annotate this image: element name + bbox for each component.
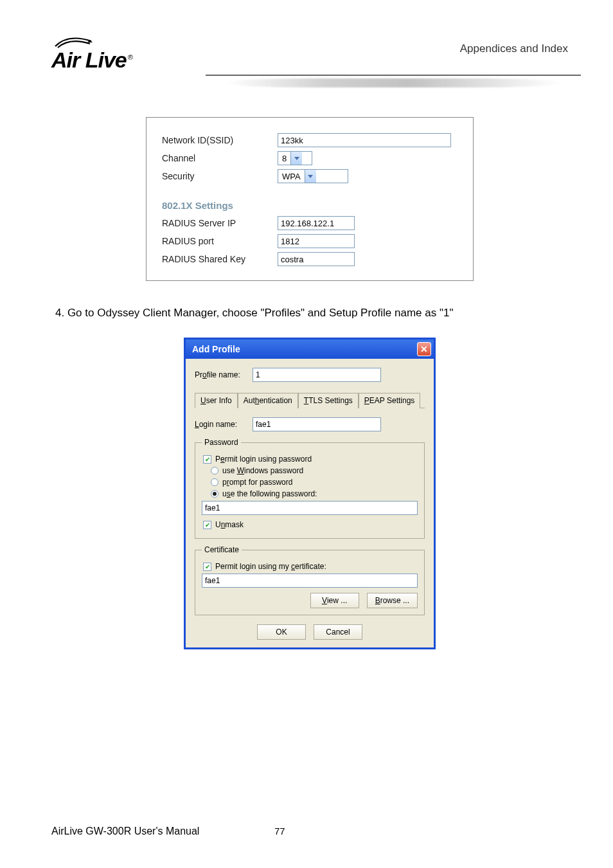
password-input[interactable]: fae1 (202, 501, 418, 515)
permit-password-checkbox[interactable]: ✔ Permit login using password (203, 455, 418, 464)
checkbox-icon: ✔ (203, 521, 211, 529)
channel-select[interactable]: 8 (278, 151, 312, 165)
certificate-legend: Certificate (202, 545, 242, 554)
router-settings-panel: Network ID(SSID) 123kk Channel 8 Securit… (146, 117, 474, 281)
certificate-group: Certificate ✔ Permit login using my cert… (195, 545, 425, 615)
login-name-input[interactable]: fae1 (253, 417, 381, 431)
security-select[interactable]: WPA (278, 169, 348, 183)
radio-icon (211, 490, 218, 498)
browse-button[interactable]: Browse ... (367, 593, 418, 608)
checkbox-icon: ✔ (203, 455, 211, 464)
checkbox-icon: ✔ (203, 563, 211, 571)
radius-key-input[interactable]: costra (278, 252, 355, 266)
brand-logo: Air Live® (51, 32, 132, 71)
tab-user-info[interactable]: User Info (195, 393, 238, 408)
step-4-text: 4. Go to Odyssey Client Manager, choose … (55, 307, 568, 320)
ssid-input[interactable]: 123kk (278, 133, 451, 147)
add-profile-dialog: Add Profile ✕ Profile name: 1 User Info … (184, 338, 436, 649)
tab-peap[interactable]: PEAP Settings (359, 393, 421, 408)
logo-text: Air Live® (51, 49, 132, 71)
radio-icon (211, 478, 218, 486)
certificate-input[interactable]: fae1 (202, 574, 418, 588)
unmask-checkbox[interactable]: ✔ Unmask (203, 520, 418, 529)
header-section-label: Appendices and Index (460, 32, 568, 55)
close-icon[interactable]: ✕ (417, 342, 431, 356)
password-group: Password ✔ Permit login using password u… (195, 438, 425, 539)
channel-label: Channel (162, 153, 278, 163)
radius-port-input[interactable]: 1812 (278, 234, 355, 248)
profile-name-label: Profile name: (195, 370, 253, 379)
tab-ttls[interactable]: TTLS Settings (298, 393, 359, 408)
permit-certificate-checkbox[interactable]: ✔ Permit login using my certificate: (203, 562, 418, 571)
chevron-down-icon (305, 170, 316, 183)
dialog-title: Add Profile (192, 344, 240, 354)
view-button[interactable]: View ... (310, 593, 359, 608)
radius-port-label: RADIUS port (162, 236, 278, 246)
radio-windows-password[interactable]: use Windows password (211, 466, 418, 475)
profile-name-input[interactable]: 1 (253, 368, 381, 382)
tabstrip: User Info Authentication TTLS Settings P… (195, 392, 425, 408)
chevron-down-icon (290, 152, 302, 165)
tab-authentication[interactable]: Authentication (238, 393, 298, 408)
logo-arc-icon (54, 32, 94, 49)
security-label: Security (162, 171, 278, 181)
radio-icon (211, 467, 218, 475)
radius-ip-label: RADIUS Server IP (162, 218, 278, 228)
ssid-label: Network ID(SSID) (162, 135, 278, 145)
login-name-label: Login name: (195, 420, 253, 429)
radio-prompt-password[interactable]: prompt for password (211, 478, 418, 487)
header-divider (51, 75, 568, 91)
radius-key-label: RADIUS Shared Key (162, 254, 278, 264)
radius-ip-input[interactable]: 192.168.122.1 (278, 216, 355, 230)
cancel-button[interactable]: Cancel (314, 624, 362, 640)
footer-page-number: 77 (274, 826, 339, 836)
ok-button[interactable]: OK (257, 624, 306, 640)
dialog-titlebar[interactable]: Add Profile ✕ (186, 339, 434, 359)
radio-following-password[interactable]: use the following password: (211, 489, 418, 498)
dot1x-heading: 802.1X Settings (162, 200, 458, 211)
password-legend: Password (202, 438, 241, 447)
footer-manual-title: AirLive GW-300R User's Manual (51, 826, 274, 837)
